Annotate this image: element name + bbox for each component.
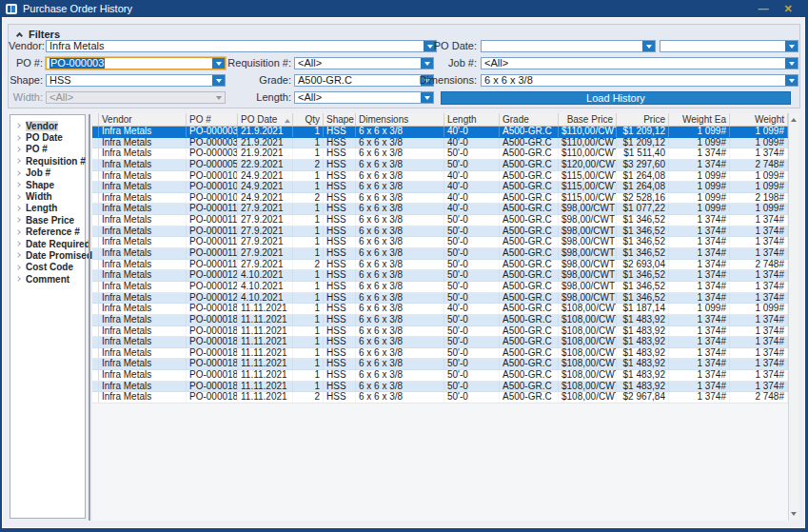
table-row[interactable]: Infra MetalsPO-00001127.9.20211HSS6 x 6 …	[92, 227, 788, 238]
po-date-from-combo[interactable]	[481, 40, 656, 52]
expand-chevron-icon[interactable]	[15, 147, 21, 152]
cell-qty: 2	[293, 193, 324, 204]
column-header-shape[interactable]: Shape	[324, 113, 356, 127]
column-header-vendor[interactable]: Vendor	[99, 113, 187, 127]
table-row[interactable]: Infra MetalsPO-00001127.9.20211HSS6 x 6 …	[92, 204, 788, 215]
table-row[interactable]: Infra MetalsPO-0000124.10.20211HSS6 x 6 …	[92, 293, 788, 305]
table-row[interactable]: Infra MetalsPO-00001811.11.20211HSS6 x 6…	[92, 304, 788, 315]
expand-chevron-icon[interactable]	[15, 170, 21, 176]
group-item-requisition[interactable]: Requisition #	[10, 155, 85, 167]
group-item-vendor[interactable]: Vendor	[10, 120, 85, 131]
shape-combo[interactable]: HSS	[46, 74, 226, 87]
column-header-grade[interactable]: Grade	[500, 113, 559, 127]
table-row[interactable]: Infra MetalsPO-00000522.9.20212HSS6 x 6 …	[92, 160, 788, 171]
table-row[interactable]: Infra MetalsPO-00001811.11.20211HSS6 x 6…	[92, 315, 788, 326]
group-item-comment[interactable]: Comment	[10, 273, 85, 285]
group-item-width[interactable]: Width	[10, 190, 85, 202]
scroll-up-icon[interactable]	[791, 118, 797, 122]
expand-chevron-icon[interactable]	[15, 229, 21, 235]
length-combo[interactable]: <All>	[294, 91, 434, 104]
table-row[interactable]: Infra MetalsPO-00001127.9.20212HSS6 x 6 …	[92, 260, 788, 271]
cell-base-price: $98,00/CWT	[559, 260, 617, 270]
group-item-shape[interactable]: Shape	[10, 179, 85, 190]
table-row[interactable]: Infra MetalsPO-0000124.10.20211HSS6 x 6 …	[92, 282, 788, 293]
table-row[interactable]: Infra MetalsPO-00001811.11.20211HSS6 x 6…	[92, 370, 788, 382]
expand-chevron-icon[interactable]	[15, 159, 21, 165]
table-row[interactable]: Infra MetalsPO-00001811.11.20211HSS6 x 6…	[92, 382, 788, 393]
job-combo[interactable]: <All>	[481, 57, 798, 69]
cell-dimensions: 6 x 6 x 3/8	[356, 237, 444, 247]
expand-chevron-icon[interactable]	[15, 194, 21, 200]
dimensions-combo[interactable]: 6 x 6 x 3/8	[481, 74, 798, 87]
cell-length: 50'-0	[444, 293, 500, 304]
expand-chevron-icon[interactable]	[15, 253, 21, 259]
po-date-to-dropdown-button[interactable]	[785, 41, 798, 51]
table-row[interactable]: Infra MetalsPO-00001811.11.20211HSS6 x 6…	[92, 359, 788, 370]
column-header-po[interactable]: PO #	[187, 113, 238, 127]
column-header-dimensions[interactable]: Dimensions	[356, 113, 444, 127]
column-header-weight[interactable]: Weight	[730, 113, 788, 127]
group-item-length[interactable]: Length	[10, 203, 85, 214]
cell-weight: 1 374#	[730, 282, 788, 292]
panel-splitter[interactable]	[89, 114, 90, 521]
column-header-po-date[interactable]: PO Date	[238, 113, 293, 127]
table-row[interactable]: Infra MetalsPO-00001127.9.20211HSS6 x 6 …	[92, 237, 788, 248]
table-row[interactable]: Infra MetalsPO-00001811.11.20211HSS6 x 6…	[92, 337, 788, 348]
expand-chevron-icon[interactable]	[15, 135, 21, 141]
cell-dimensions: 6 x 6 x 3/8	[356, 260, 444, 270]
length-dropdown-button[interactable]	[421, 92, 433, 103]
load-history-button[interactable]: Load History	[441, 91, 791, 105]
table-row[interactable]: Infra MetalsPO-00001811.11.20212HSS6 x 6…	[92, 392, 788, 404]
column-header-base-price[interactable]: Base Price	[559, 113, 617, 127]
table-row[interactable]: Infra MetalsPO-00000321.9.20211HSS6 x 6 …	[92, 138, 788, 149]
expand-chevron-icon[interactable]	[15, 265, 21, 270]
expand-chevron-icon[interactable]	[15, 276, 21, 282]
cell-grade: A500-GR.C	[500, 160, 559, 170]
table-row[interactable]: Infra MetalsPO-00001024.9.20212HSS6 x 6 …	[92, 193, 788, 205]
column-header-qty[interactable]: Qty	[293, 113, 324, 127]
scroll-down-icon[interactable]	[791, 512, 797, 516]
group-item-po-date[interactable]: PO Date	[10, 131, 85, 143]
group-item-po[interactable]: PO #	[10, 144, 85, 155]
cell-dimensions: 6 x 6 x 3/8	[356, 127, 444, 137]
table-row[interactable]: Infra MetalsPO-00001811.11.20211HSS6 x 6…	[92, 326, 788, 338]
group-item-date-promised[interactable]: Date Promised	[10, 249, 85, 261]
column-header-weight-ea[interactable]: Weight Ea	[669, 113, 730, 127]
cell-base-price: $110,00/CWT	[559, 148, 617, 159]
minimize-button[interactable]: —	[751, 1, 776, 16]
cell-price: $2 528,16	[617, 193, 669, 204]
cell-weight-ea: 1 374#	[669, 293, 730, 304]
table-row[interactable]: Infra MetalsPO-00001024.9.20211HSS6 x 6 …	[92, 182, 788, 193]
table-row[interactable]: Infra MetalsPO-00001811.11.20211HSS6 x 6…	[92, 348, 788, 360]
table-row[interactable]: Infra MetalsPO-00001024.9.20211HSS6 x 6 …	[92, 171, 788, 183]
expand-chevron-icon[interactable]	[15, 217, 21, 223]
po-number-combo[interactable]: PO-000003	[46, 57, 226, 69]
group-item-date-required[interactable]: Date Required	[10, 238, 85, 249]
expand-chevron-icon[interactable]	[15, 123, 21, 128]
group-item-reference[interactable]: Reference #	[10, 227, 85, 238]
expand-chevron-icon[interactable]	[15, 182, 21, 187]
job-dropdown-button[interactable]	[785, 58, 798, 69]
expand-chevron-icon[interactable]	[15, 241, 21, 246]
table-row[interactable]: Infra MetalsPO-0000124.10.20211HSS6 x 6 …	[92, 270, 788, 282]
filters-collapse-toggle[interactable]: Filters	[17, 29, 60, 40]
vertical-scrollbar[interactable]	[788, 113, 798, 521]
table-row[interactable]: Infra MetalsPO-00000321.9.20211HSS6 x 6 …	[92, 127, 788, 138]
po-date-to-combo[interactable]	[660, 40, 798, 52]
group-item-job[interactable]: Job #	[10, 167, 85, 179]
dimensions-dropdown-button[interactable]	[785, 75, 798, 86]
table-row[interactable]: Infra MetalsPO-00001127.9.20211HSS6 x 6 …	[92, 215, 788, 227]
vendor-combo[interactable]: Infra Metals	[46, 40, 437, 52]
table-row[interactable]: Infra MetalsPO-00001127.9.20211HSS6 x 6 …	[92, 248, 788, 260]
column-header-price[interactable]: Price	[617, 113, 669, 127]
table-row[interactable]: Infra MetalsPO-00000321.9.20211HSS6 x 6 …	[92, 148, 788, 160]
group-item-cost-code[interactable]: Cost Code	[10, 262, 85, 273]
group-item-base-price[interactable]: Base Price	[10, 214, 85, 226]
cell-price: $1 187,14	[617, 304, 669, 314]
column-header-label: Dimensions	[359, 114, 408, 125]
cell-grade: A500-GR.C	[500, 359, 559, 369]
expand-chevron-icon[interactable]	[15, 206, 21, 211]
column-header-length[interactable]: Length	[444, 113, 500, 127]
po-date-from-dropdown-button[interactable]	[642, 41, 655, 51]
close-button[interactable]: ✕	[776, 1, 800, 16]
